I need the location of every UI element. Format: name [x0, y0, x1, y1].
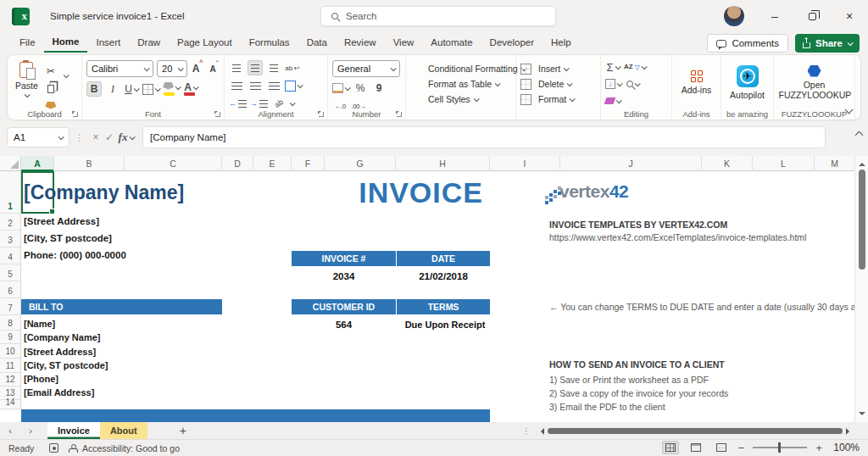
borders-button[interactable] — [142, 81, 159, 97]
scroll-up-arrow[interactable] — [859, 159, 865, 166]
font-name-select[interactable]: Calibri — [86, 60, 153, 77]
ribbon-tab[interactable]: File — [11, 35, 44, 52]
column-header[interactable]: H — [396, 156, 490, 171]
scrollbar-splitter[interactable]: ⋮ — [522, 426, 531, 436]
row-header[interactable]: 8 — [0, 315, 20, 331]
row-header[interactable]: 14 — [0, 400, 20, 409]
number-dialog-launcher[interactable] — [397, 112, 402, 117]
font-color-button[interactable]: A — [183, 81, 198, 97]
cells-button[interactable]: Format — [520, 92, 596, 107]
vertical-scroll-thumb[interactable] — [859, 170, 865, 270]
date-value[interactable]: 21/02/2018 — [397, 269, 490, 284]
ribbon-tab[interactable]: Data — [298, 35, 336, 52]
normal-view-button[interactable] — [662, 441, 679, 454]
font-size-select[interactable]: 20 — [157, 60, 187, 77]
cell-phone-line[interactable]: Phone: (000) 000-0000 — [24, 250, 126, 262]
comma-style-button[interactable]: 9 — [371, 81, 387, 96]
scroll-left-arrow[interactable] — [537, 428, 544, 435]
horizontal-scroll-thumb[interactable] — [548, 428, 843, 434]
ribbon-tab[interactable]: Draw — [129, 35, 169, 52]
ribbon-tab[interactable]: Formulas — [241, 35, 298, 52]
zoom-out-button[interactable]: − — [738, 442, 745, 454]
scroll-right-arrow[interactable] — [846, 428, 853, 435]
sheet-tab[interactable]: About — [100, 422, 147, 439]
bill-to-line[interactable]: [Email Address] — [24, 386, 108, 399]
bill-to-line[interactable]: [City, ST postcode] — [24, 359, 108, 372]
zoom-slider[interactable] — [753, 447, 807, 448]
increase-font-button[interactable]: A^ — [191, 63, 205, 75]
ribbon-tab[interactable]: Review — [336, 35, 385, 52]
paste-button[interactable]: Paste — [15, 62, 38, 97]
cell-street-address[interactable]: [Street Address] — [24, 216, 99, 228]
terms-value[interactable]: Due Upon Receipt — [386, 317, 504, 332]
column-header[interactable]: I — [490, 156, 560, 171]
invoice-number-value[interactable]: 2034 — [292, 269, 396, 284]
alignment-dialog-launcher[interactable] — [319, 112, 324, 117]
autopilot-button[interactable]: ✈ Autopilot — [726, 60, 769, 108]
ribbon-tab[interactable]: Help — [542, 35, 580, 52]
share-button[interactable]: Share — [795, 34, 860, 53]
insert-function-button[interactable]: fx — [116, 131, 130, 144]
terms-header[interactable]: TERMS — [397, 299, 490, 314]
zoom-in-button[interactable]: + — [815, 442, 822, 454]
scroll-down-arrow[interactable] — [859, 412, 865, 419]
confirm-entry-button[interactable]: ✓ — [103, 131, 116, 143]
copy-button[interactable] — [43, 81, 58, 97]
style-button[interactable]: Format as Table — [410, 76, 511, 92]
page-layout-view-button[interactable] — [687, 441, 704, 454]
column-header[interactable]: L — [753, 156, 815, 171]
next-sheet-arrow[interactable]: › — [20, 425, 41, 436]
style-button[interactable]: Cell Styles — [410, 92, 511, 107]
ribbon-tab[interactable]: Developer — [481, 35, 542, 52]
fuzzylookup-button[interactable]: Open FUZZYLOOOKUP — [778, 60, 850, 108]
cells-button[interactable]: Delete — [520, 76, 596, 92]
column-header[interactable]: A — [21, 156, 54, 171]
align-right-button[interactable] — [266, 78, 281, 93]
align-left-button[interactable] — [229, 78, 244, 93]
accounting-format-button[interactable] — [332, 81, 349, 96]
top-align-button[interactable] — [229, 60, 244, 75]
middle-align-button[interactable] — [248, 60, 263, 75]
templates-url[interactable]: https://www.vertex42.com/ExcelTemplates/… — [549, 232, 806, 242]
sort-filter-button[interactable]: AZ▽ — [624, 59, 646, 75]
fill-color-button[interactable] — [163, 81, 180, 97]
bill-to-line[interactable]: [Phone] — [24, 372, 108, 386]
clear-button[interactable] — [605, 93, 620, 108]
formula-input[interactable]: [Company Name] — [142, 126, 826, 148]
row-header[interactable]: 10 — [0, 344, 20, 359]
prev-sheet-arrow[interactable]: ‹ — [0, 425, 20, 436]
column-header[interactable]: M — [815, 156, 855, 171]
decrease-font-button[interactable]: Aˇ — [208, 64, 220, 74]
date-header[interactable]: DATE — [397, 251, 490, 266]
cell-company-name[interactable]: [Company Name] — [24, 181, 184, 204]
bill-to-line[interactable]: [Company Name] — [24, 331, 108, 344]
search-box[interactable]: Search — [320, 6, 556, 26]
column-header[interactable]: J — [560, 156, 702, 171]
italic-button[interactable]: I — [105, 81, 120, 97]
percent-style-button[interactable]: % — [353, 81, 368, 96]
comments-button[interactable]: Comments — [707, 34, 788, 53]
bill-to-header[interactable]: BILL TO — [21, 299, 222, 314]
macro-record-icon[interactable] — [49, 443, 58, 453]
zoom-level[interactable]: 100% — [831, 442, 860, 453]
cut-button[interactable]: ✂ — [43, 64, 58, 79]
row-header[interactable]: 9 — [0, 331, 20, 344]
style-button[interactable]: Conditional Formatting — [410, 61, 511, 76]
cells-button[interactable]: Insert — [520, 61, 596, 76]
select-all-corner[interactable] — [0, 156, 21, 171]
column-header[interactable]: G — [325, 156, 396, 171]
restore-button[interactable] — [793, 0, 831, 32]
row-header[interactable]: 7 — [0, 298, 20, 315]
underline-button[interactable]: U — [124, 81, 139, 97]
ribbon-tab[interactable]: Insert — [87, 35, 129, 52]
merge-center-button[interactable] — [285, 78, 302, 93]
invoice-number-header[interactable]: INVOICE # — [292, 251, 396, 266]
user-avatar[interactable] — [724, 6, 744, 26]
row-header[interactable]: 6 — [0, 281, 20, 298]
clipboard-dialog-launcher[interactable] — [73, 112, 78, 117]
new-sheet-button[interactable]: + — [180, 424, 186, 437]
column-header[interactable]: E — [253, 156, 292, 171]
cell-city-line[interactable]: [City, ST postcode] — [24, 233, 112, 245]
bottom-align-button[interactable] — [266, 60, 281, 75]
ribbon-tab[interactable]: Automate — [422, 35, 481, 52]
